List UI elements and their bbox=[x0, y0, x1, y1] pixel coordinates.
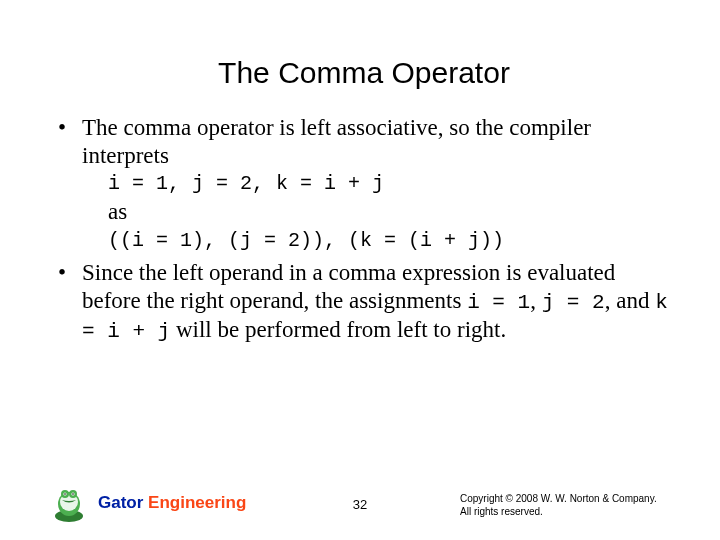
gator-icon bbox=[48, 482, 90, 524]
bullet-1: The comma operator is left associative, … bbox=[56, 114, 672, 253]
inline-code-2: j = 2 bbox=[542, 291, 605, 314]
sep-2: , and bbox=[605, 288, 655, 313]
copyright-line-1: Copyright © 2008 W. W. Norton & Company. bbox=[460, 493, 690, 506]
copyright-line-2: All rights reserved. bbox=[460, 506, 690, 519]
brand-gator: Gator bbox=[98, 493, 148, 512]
bullet-2: Since the left operand in a comma expres… bbox=[56, 259, 672, 344]
bullet-1-text: The comma operator is left associative, … bbox=[82, 115, 591, 168]
bullet-list: The comma operator is left associative, … bbox=[56, 114, 672, 344]
slide: The Comma Operator The comma operator is… bbox=[0, 0, 720, 540]
brand-text: Gator Engineering bbox=[98, 493, 246, 513]
brand-block: Gator Engineering bbox=[48, 482, 246, 524]
as-word: as bbox=[108, 198, 672, 226]
inline-code-1: i = 1 bbox=[467, 291, 530, 314]
page-number: 32 bbox=[353, 497, 367, 512]
svg-point-8 bbox=[72, 493, 74, 495]
slide-title: The Comma Operator bbox=[56, 56, 672, 90]
bullet-2-post: will be performed from left to right. bbox=[170, 317, 506, 342]
svg-point-7 bbox=[64, 493, 66, 495]
brand-eng: Engineering bbox=[148, 493, 246, 512]
code-line-2: ((i = 1), (j = 2)), (k = (i + j)) bbox=[108, 229, 672, 253]
code-line-1: i = 1, j = 2, k = i + j bbox=[108, 172, 672, 196]
slide-body: The comma operator is left associative, … bbox=[56, 114, 672, 344]
copyright: Copyright © 2008 W. W. Norton & Company.… bbox=[460, 493, 690, 518]
sep-1: , bbox=[530, 288, 542, 313]
